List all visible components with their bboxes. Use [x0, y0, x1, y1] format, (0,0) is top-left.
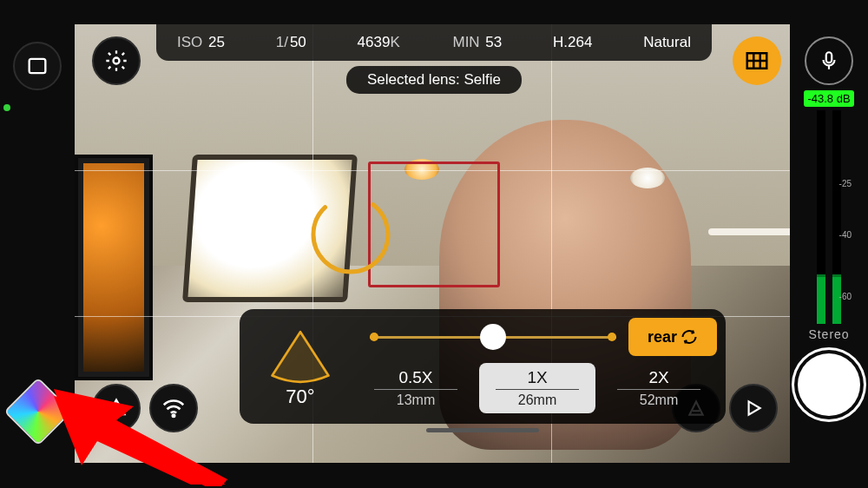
lens-options: 0.5X 13mm 1X 26mm 2X 52mm — [358, 363, 717, 413]
lens-option-05x[interactable]: 0.5X 13mm — [358, 363, 474, 413]
meta-bar: ISO 25 1/50 4639K MIN 53 H.264 Natural — [156, 24, 712, 61]
svg-rect-0 — [30, 59, 46, 73]
record-button[interactable] — [798, 353, 860, 416]
zoom-slider-knob[interactable] — [480, 324, 506, 350]
fov-display: 70° — [248, 316, 352, 417]
panel-handle[interactable] — [426, 428, 539, 432]
remote-wifi-button[interactable] — [149, 384, 198, 432]
meta-shutter[interactable]: 1/50 — [276, 34, 306, 51]
exposure-ring[interactable] — [307, 191, 394, 278]
audio-settings-button[interactable] — [805, 36, 853, 85]
grid-toggle-button[interactable] — [733, 36, 781, 85]
svg-point-1 — [313, 197, 388, 272]
bottom-strip — [75, 463, 790, 488]
lens-toast: Selected lens: Selfie — [346, 66, 522, 94]
meta-look[interactable]: Natural — [643, 34, 691, 51]
lens-panel: 70° rear 0.5X 13mm 1X — [240, 309, 726, 424]
scene-light — [708, 228, 790, 235]
status-dot — [3, 104, 10, 111]
svg-point-7 — [173, 415, 175, 418]
lens-option-1x[interactable]: 1X 26mm — [479, 363, 595, 413]
playback-button[interactable] — [729, 384, 778, 432]
svg-rect-9 — [826, 52, 832, 63]
meta-whitebalance[interactable]: 4639K — [358, 34, 402, 51]
fov-degrees: 70° — [286, 386, 314, 408]
audio-mode-label: Stereo — [808, 327, 849, 341]
lens-selector-button[interactable] — [92, 384, 141, 432]
scene-monitor — [75, 155, 153, 380]
lens-option-2x[interactable]: 2X 52mm — [601, 363, 717, 413]
audio-level-badge: -43.8 dB — [804, 90, 853, 107]
aspect-button[interactable] — [13, 42, 62, 90]
meta-bitrate[interactable]: MIN 53 — [452, 34, 502, 51]
svg-point-2 — [114, 58, 120, 64]
meta-codec[interactable]: H.264 — [553, 34, 592, 51]
right-controls: -43.8 dB -25 -40 -60 Stereo — [790, 0, 868, 488]
top-strip — [75, 0, 790, 24]
zoom-slider[interactable] — [358, 316, 628, 358]
settings-button[interactable] — [92, 36, 141, 85]
meta-iso[interactable]: ISO 25 — [177, 34, 225, 51]
audio-meters: -25 -40 -60 — [803, 110, 855, 324]
camera-flip-button[interactable]: rear — [628, 318, 717, 356]
